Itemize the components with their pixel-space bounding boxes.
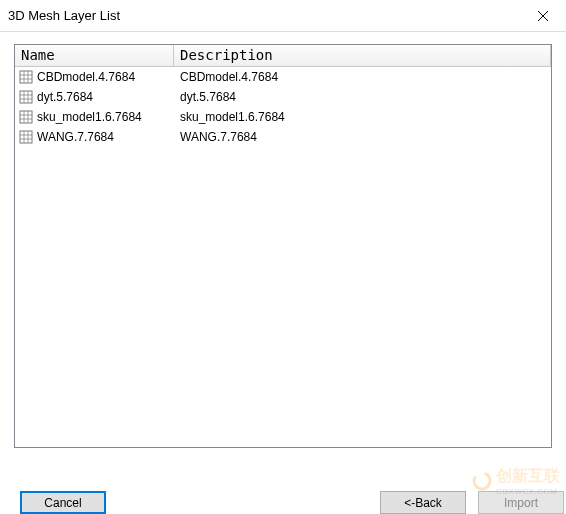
window-title: 3D Mesh Layer List [8,8,520,23]
cell-description: WANG.7.7684 [174,130,551,144]
row-name-text: dyt.5.7684 [37,90,93,104]
cell-name: sku_model1.6.7684 [15,110,174,124]
row-name-text: CBDmodel.4.7684 [37,70,135,84]
import-button: Import [478,491,564,514]
layer-list[interactable]: Name Description CBDmodel.4.7684CBDmodel… [14,44,552,448]
svg-rect-2 [20,71,32,83]
table-row[interactable]: CBDmodel.4.7684CBDmodel.4.7684 [15,67,551,87]
column-header-name[interactable]: Name [15,45,174,66]
close-button[interactable] [520,0,566,32]
dialog-body: Name Description CBDmodel.4.7684CBDmodel… [0,32,566,448]
titlebar: 3D Mesh Layer List [0,0,566,32]
table-row[interactable]: WANG.7.7684WANG.7.7684 [15,127,551,147]
row-name-text: sku_model1.6.7684 [37,110,142,124]
cell-name: WANG.7.7684 [15,130,174,144]
button-row: Cancel <-Back Import [0,458,566,514]
list-header: Name Description [15,45,551,67]
mesh-icon [19,90,33,104]
svg-rect-12 [20,111,32,123]
cell-description: CBDmodel.4.7684 [174,70,551,84]
svg-rect-17 [20,131,32,143]
back-button[interactable]: <-Back [380,491,466,514]
cancel-button[interactable]: Cancel [20,491,106,514]
mesh-icon [19,70,33,84]
table-row[interactable]: sku_model1.6.7684sku_model1.6.7684 [15,107,551,127]
svg-rect-7 [20,91,32,103]
close-icon [538,11,548,21]
cell-description: dyt.5.7684 [174,90,551,104]
mesh-icon [19,110,33,124]
list-rows: CBDmodel.4.7684CBDmodel.4.7684 dyt.5.768… [15,67,551,147]
mesh-icon [19,130,33,144]
row-name-text: WANG.7.7684 [37,130,114,144]
cell-description: sku_model1.6.7684 [174,110,551,124]
cell-name: dyt.5.7684 [15,90,174,104]
column-header-description[interactable]: Description [174,45,551,66]
table-row[interactable]: dyt.5.7684dyt.5.7684 [15,87,551,107]
right-buttons: <-Back Import [380,491,566,514]
cell-name: CBDmodel.4.7684 [15,70,174,84]
